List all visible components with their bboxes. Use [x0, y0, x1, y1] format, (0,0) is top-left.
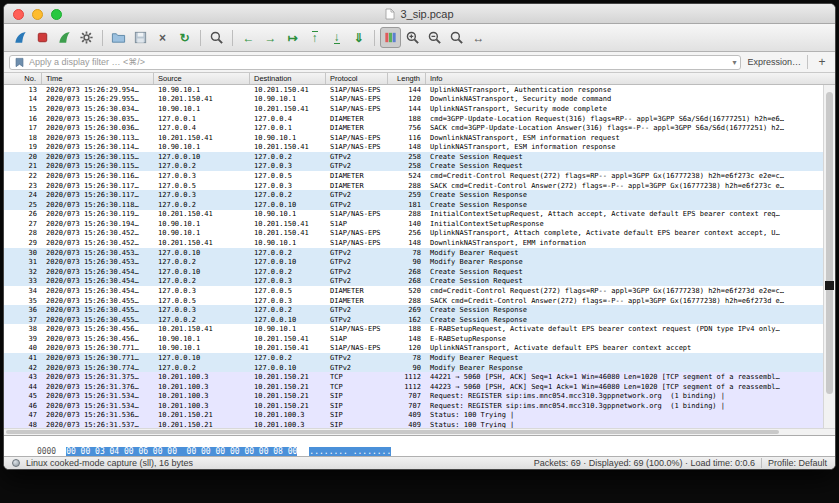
- packet-row[interactable]: 46 2020/073 15:26:31.534… 10.201.100.3 1…: [4, 401, 823, 411]
- zoom-out-button[interactable]: [424, 27, 445, 48]
- packet-row[interactable]: 28 2020/073 15:26:30.452… 10.90.10.1 10.…: [4, 229, 823, 239]
- packet-row[interactable]: 26 2020/073 15:26:30.119… 10.201.150.41 …: [4, 210, 823, 220]
- packet-row[interactable]: 16 2020/073 15:26:30.035… 127.0.0.1 127.…: [4, 114, 823, 124]
- packet-row[interactable]: 29 2020/073 15:26:30.452… 10.201.150.41 …: [4, 238, 823, 248]
- packet-protocol: SIP: [326, 411, 388, 419]
- packet-row[interactable]: 45 2020/073 15:26:31.534… 10.201.100.3 1…: [4, 392, 823, 402]
- packet-row[interactable]: 20 2020/073 15:26:30.115… 127.0.0.10 127…: [4, 152, 823, 162]
- packet-length: 409: [388, 421, 426, 428]
- packet-protocol: S1AP: [326, 335, 388, 343]
- title-bar[interactable]: 3_sip.pcap: [4, 4, 835, 24]
- column-header-protocol[interactable]: Protocol: [326, 73, 388, 84]
- column-header-length[interactable]: Length: [388, 73, 426, 84]
- reload-button[interactable]: ↻: [174, 27, 195, 48]
- restart-capture-button[interactable]: [54, 27, 75, 48]
- vertical-scrollbar[interactable]: [823, 85, 835, 428]
- go-back-button[interactable]: ←: [238, 27, 259, 48]
- packet-row[interactable]: 31 2020/073 15:26:30.453… 127.0.0.2 127.…: [4, 257, 823, 267]
- packet-row[interactable]: 41 2020/073 15:26:30.771… 127.0.0.10 127…: [4, 353, 823, 363]
- packet-row[interactable]: 25 2020/073 15:26:30.118… 127.0.0.2 127.…: [4, 200, 823, 210]
- auto-scroll-button[interactable]: ⇓: [348, 27, 369, 48]
- vertical-scrollbar-thumb[interactable]: [826, 92, 833, 394]
- go-to-packet-button[interactable]: ↦: [282, 27, 303, 48]
- main-toolbar: × ↻ ← → ↦ ↑ ↓ ⇓ ↔: [4, 24, 835, 52]
- open-file-button[interactable]: [108, 27, 129, 48]
- packet-row[interactable]: 42 2020/073 15:26:30.774… 127.0.0.2 127.…: [4, 363, 823, 373]
- packet-row[interactable]: 37 2020/073 15:26:30.455… 127.0.0.2 127.…: [4, 315, 823, 325]
- toolbar-separator: [374, 30, 375, 46]
- packet-row[interactable]: 33 2020/073 15:26:30.454… 127.0.0.2 127.…: [4, 277, 823, 287]
- go-forward-button[interactable]: →: [260, 27, 281, 48]
- save-file-button[interactable]: [130, 27, 151, 48]
- packet-row[interactable]: 23 2020/073 15:26:30.117… 127.0.0.5 127.…: [4, 181, 823, 191]
- filter-bookmark-icon[interactable]: [14, 57, 25, 68]
- horizontal-scrollbar[interactable]: [4, 428, 835, 435]
- packet-time: 2020/073 15:26:30.119…: [42, 210, 154, 218]
- column-header-info[interactable]: Info: [426, 73, 835, 84]
- packet-row[interactable]: 30 2020/073 15:26:30.453… 127.0.0.10 127…: [4, 248, 823, 258]
- go-last-button[interactable]: ↓: [326, 27, 347, 48]
- packet-row[interactable]: 44 2020/073 15:26:31.376… 10.201.100.3 1…: [4, 382, 823, 392]
- close-icon: ×: [159, 32, 166, 44]
- stop-capture-button[interactable]: [32, 27, 53, 48]
- horizontal-scrollbar-thumb[interactable]: [6, 430, 779, 434]
- zoom-normal-button[interactable]: [446, 27, 467, 48]
- packet-row[interactable]: 15 2020/073 15:26:30.034… 10.90.10.1 10.…: [4, 104, 823, 114]
- column-header-no[interactable]: No.: [4, 73, 42, 84]
- packet-source: 10.201.150.41: [154, 210, 250, 218]
- packet-no: 47: [4, 411, 42, 419]
- packet-info: SACK cmd=Credit-Control Answer(272) flag…: [426, 182, 823, 190]
- zoom-out-icon: [427, 30, 442, 45]
- packet-time: 2020/073 15:26:30.454…: [42, 268, 154, 276]
- add-filter-button[interactable]: +: [814, 55, 830, 69]
- packet-row[interactable]: 36 2020/073 15:26:30.455… 127.0.0.3 127.…: [4, 305, 823, 315]
- packet-row[interactable]: 39 2020/073 15:26:30.456… 10.90.10.1 10.…: [4, 334, 823, 344]
- packet-row[interactable]: 27 2020/073 15:26:30.194… 10.90.10.1 10.…: [4, 219, 823, 229]
- packet-row[interactable]: 38 2020/073 15:26:30.456… 10.201.150.41 …: [4, 324, 823, 334]
- packet-row[interactable]: 35 2020/073 15:26:30.455… 127.0.0.5 127.…: [4, 296, 823, 306]
- filter-dropdown-icon[interactable]: ▾: [732, 58, 736, 67]
- packet-source: 127.0.0.10: [154, 249, 250, 257]
- hex-bytes[interactable]: 00 00 03 04 00 06 00 00 00 00 00 00 00 0…: [66, 447, 297, 456]
- packet-row[interactable]: 43 2020/073 15:26:31.375… 10.201.100.3 1…: [4, 372, 823, 382]
- close-file-button[interactable]: ×: [152, 27, 173, 48]
- packet-row[interactable]: 47 2020/073 15:26:31.536… 10.201.150.21 …: [4, 411, 823, 421]
- packet-protocol: S1AP/NAS-EPS: [326, 95, 388, 103]
- packet-no: 19: [4, 143, 42, 151]
- packet-row[interactable]: 34 2020/073 15:26:30.454… 127.0.0.3 127.…: [4, 286, 823, 296]
- packet-destination: 127.0.0.2: [250, 191, 326, 199]
- profile-text[interactable]: Profile: Default: [768, 458, 827, 468]
- resize-columns-button[interactable]: ↔: [468, 27, 489, 48]
- packet-no: 25: [4, 201, 42, 209]
- packet-row[interactable]: 13 2020/073 15:26:29.954… 10.90.10.1 10.…: [4, 85, 823, 95]
- packet-source: 10.201.100.3: [154, 383, 250, 391]
- packet-row[interactable]: 32 2020/073 15:26:30.454… 127.0.0.10 127…: [4, 267, 823, 277]
- packet-row[interactable]: 40 2020/073 15:26:30.771… 10.90.10.1 10.…: [4, 344, 823, 354]
- hex-ascii[interactable]: ........ ........: [309, 447, 391, 456]
- go-to-packet-icon: ↦: [287, 32, 297, 44]
- packet-row[interactable]: 22 2020/073 15:26:30.116… 127.0.0.3 127.…: [4, 171, 823, 181]
- packet-row[interactable]: 14 2020/073 15:26:29.955… 10.201.150.41 …: [4, 95, 823, 105]
- packet-no: 23: [4, 182, 42, 190]
- column-header-source[interactable]: Source: [154, 73, 250, 84]
- filter-separator: [807, 55, 808, 69]
- packet-row[interactable]: 17 2020/073 15:26:30.036… 127.0.0.4 127.…: [4, 123, 823, 133]
- packet-info: 44221 → 5060 [PSH, ACK] Seq=1 Ack=1 Win=…: [426, 373, 823, 381]
- packet-row[interactable]: 24 2020/073 15:26:30.117… 127.0.0.3 127.…: [4, 190, 823, 200]
- packet-row[interactable]: 18 2020/073 15:26:30.113… 10.201.150.41 …: [4, 133, 823, 143]
- display-filter-input[interactable]: [29, 57, 728, 67]
- zoom-in-button[interactable]: [402, 27, 423, 48]
- colorize-button[interactable]: [380, 27, 401, 48]
- expert-info-icon[interactable]: [12, 459, 20, 467]
- capture-options-button[interactable]: [76, 27, 97, 48]
- expression-button[interactable]: Expression…: [747, 57, 801, 67]
- start-capture-button[interactable]: [10, 27, 31, 48]
- go-first-button[interactable]: ↑: [304, 27, 325, 48]
- find-packet-button[interactable]: [206, 27, 227, 48]
- column-header-time[interactable]: Time: [42, 73, 154, 84]
- packet-row[interactable]: 19 2020/073 15:26:30.114… 10.90.10.1 10.…: [4, 142, 823, 152]
- column-header-destination[interactable]: Destination: [250, 73, 326, 84]
- packet-row[interactable]: 48 2020/073 15:26:31.537… 10.201.150.21 …: [4, 420, 823, 428]
- packet-row[interactable]: 21 2020/073 15:26:30.115… 127.0.0.2 127.…: [4, 162, 823, 172]
- hex-line[interactable]: 000000 00 03 04 00 06 00 00 00 00 00 00 …: [8, 437, 835, 447]
